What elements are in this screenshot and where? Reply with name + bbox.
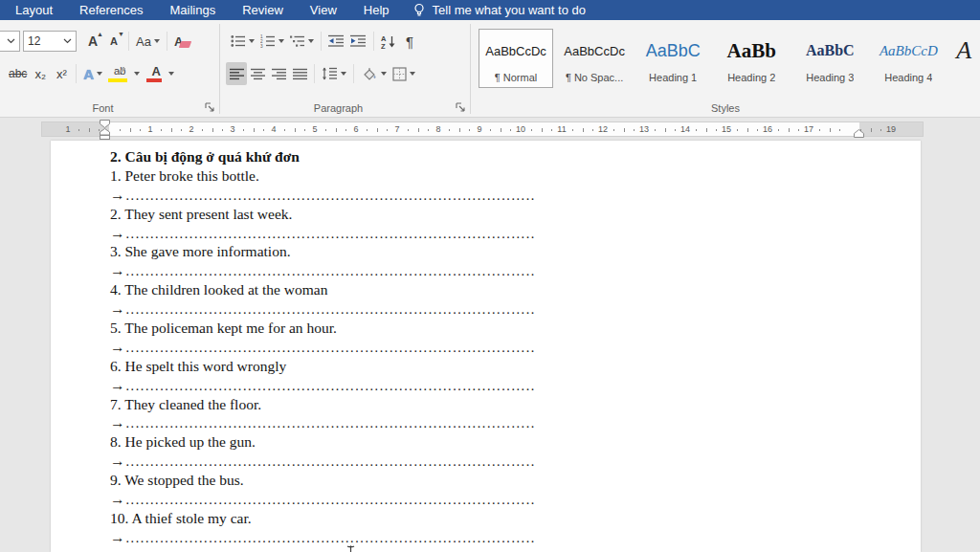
- superscript-button[interactable]: x²: [51, 62, 72, 85]
- ruler-number: 3: [230, 124, 234, 134]
- sentence-1: 1. Peter broke this bottle.: [110, 166, 589, 186]
- ruler-tick: [222, 129, 223, 131]
- justify-button[interactable]: [289, 62, 310, 85]
- ruler-tick: [737, 129, 738, 131]
- sort-button[interactable]: A Z: [378, 30, 399, 53]
- font-name-combo[interactable]: [0, 31, 20, 52]
- style-preview: AaBbCcDc: [558, 30, 631, 72]
- strikethrough-button[interactable]: abc: [6, 62, 30, 85]
- shrink-font-button[interactable]: A ▼: [103, 30, 124, 53]
- tab-mailings[interactable]: Mailings: [157, 0, 230, 20]
- document-page[interactable]: 2. Câu bị động ở quá khứ đơn1. Peter bro…: [51, 141, 921, 552]
- indent-markers[interactable]: [100, 120, 110, 140]
- ruler-tick: [696, 129, 697, 131]
- align-left-button[interactable]: [226, 62, 247, 85]
- ruler-tick: [367, 129, 368, 131]
- sentence-6: 6. He spelt this word wrongly: [110, 357, 589, 376]
- borders-icon: [392, 67, 407, 81]
- shading-button[interactable]: [358, 62, 390, 85]
- ruler-number: 9: [477, 124, 481, 134]
- style-heading-3[interactable]: AaBbC Heading 3: [792, 29, 867, 88]
- style-name: Heading 1: [649, 72, 697, 83]
- ruler-tick: [706, 128, 707, 132]
- tab-references[interactable]: References: [66, 0, 156, 20]
- text-effects-button[interactable]: A: [80, 62, 105, 85]
- highlighter-pen-icon: [117, 65, 126, 75]
- dotted-leader: ........................................…: [126, 300, 536, 320]
- text-highlight-button[interactable]: ab: [105, 62, 134, 85]
- arrow-glyph: →: [110, 299, 125, 319]
- ruler-tick: [284, 129, 285, 131]
- svg-text:3: 3: [260, 44, 263, 48]
- answer-line-1: →.......................................…: [110, 186, 589, 205]
- ruler-tick: [789, 128, 790, 132]
- style-heading-1[interactable]: AaBbC Heading 1: [635, 29, 710, 88]
- right-indent-marker[interactable]: [854, 129, 864, 138]
- style-next-partial[interactable]: A: [949, 29, 978, 88]
- ruler-number: 15: [722, 124, 731, 134]
- arrow-glyph: →: [110, 376, 125, 395]
- ruler-tick: [531, 129, 532, 131]
- tab-view[interactable]: View: [297, 0, 350, 20]
- align-right-button[interactable]: [268, 62, 289, 85]
- increase-indent-button[interactable]: [347, 30, 369, 53]
- style-preview: AaBb: [715, 30, 788, 72]
- ruler-tick: [408, 129, 409, 131]
- styles-group: AaBbCcDc ¶ Normal AaBbCcDc ¶ No Spac... …: [471, 20, 980, 117]
- ruler-tick: [202, 129, 203, 131]
- multilevel-list-button[interactable]: [287, 30, 317, 53]
- subscript-button[interactable]: x₂: [30, 62, 51, 85]
- answer-line-6: →.......................................…: [110, 376, 589, 395]
- tab-help[interactable]: Help: [350, 0, 403, 20]
- style-heading-2[interactable]: AaBb Heading 2: [714, 29, 789, 88]
- font-dialog-launcher[interactable]: [204, 101, 215, 113]
- change-case-button[interactable]: Aa: [133, 30, 163, 53]
- font-size-combo[interactable]: 12: [23, 31, 77, 52]
- ruler-number: 1: [65, 124, 70, 134]
- answer-line-3: →.......................................…: [110, 261, 589, 280]
- arrow-glyph: →: [110, 413, 125, 432]
- paint-bucket-icon: [361, 67, 378, 81]
- ruler-tick: [592, 129, 593, 131]
- font-color-button[interactable]: A: [144, 62, 168, 85]
- ruler-tick: [572, 129, 573, 131]
- ruler-number: 7: [394, 124, 399, 134]
- style-no-spacing[interactable]: AaBbCcDc ¶ No Spac...: [557, 29, 632, 88]
- decrease-indent-icon: [328, 34, 345, 48]
- bullets-button[interactable]: [228, 30, 257, 53]
- align-center-button[interactable]: [247, 62, 268, 85]
- tab-layout[interactable]: Layout: [2, 0, 66, 20]
- divider: [373, 32, 374, 51]
- grow-font-button[interactable]: A ▲: [82, 30, 103, 53]
- clear-formatting-button[interactable]: A: [171, 30, 193, 53]
- ruler-number: 1: [147, 124, 152, 134]
- show-hide-pilcrow-button[interactable]: ¶: [399, 30, 420, 53]
- paragraph-dialog-launcher[interactable]: [455, 101, 466, 113]
- tell-me-box[interactable]: Tell me what you want to do: [412, 3, 586, 18]
- word-window: LayoutReferencesMailingsReviewViewHelp T…: [0, 0, 980, 552]
- ribbon-tab-bar: LayoutReferencesMailingsReviewViewHelp T…: [0, 0, 980, 20]
- arrow-glyph: →: [110, 261, 125, 280]
- answer-line-9: →.......................................…: [110, 490, 589, 509]
- dropdown-arrow-icon: [154, 39, 160, 43]
- decrease-indent-button[interactable]: [325, 30, 347, 53]
- line-spacing-button[interactable]: [319, 62, 349, 85]
- style-heading-4[interactable]: AaBbCcD Heading 4: [871, 29, 946, 88]
- divider: [167, 32, 167, 51]
- ruler-tick: [551, 129, 552, 131]
- ruler-tick: [624, 128, 625, 132]
- arrow-glyph: →: [110, 452, 125, 471]
- styles-group-label: Styles: [471, 102, 980, 114]
- tab-review[interactable]: Review: [229, 0, 297, 20]
- ruler-tick: [295, 128, 296, 132]
- numbering-button[interactable]: 1 2 3: [257, 30, 287, 53]
- ruler-tick: [675, 129, 676, 131]
- arrow-glyph: →: [110, 338, 125, 357]
- ruler-tick: [459, 128, 460, 132]
- sentence-9: 9. We stopped the bus.: [110, 471, 589, 490]
- style-normal[interactable]: AaBbCcDc ¶ Normal: [479, 29, 553, 88]
- answer-line-4: →.......................................…: [110, 299, 589, 319]
- ruler-tick: [449, 129, 450, 131]
- sentence-10: 10. A thief stole my car.: [110, 509, 589, 528]
- borders-button[interactable]: [390, 62, 418, 85]
